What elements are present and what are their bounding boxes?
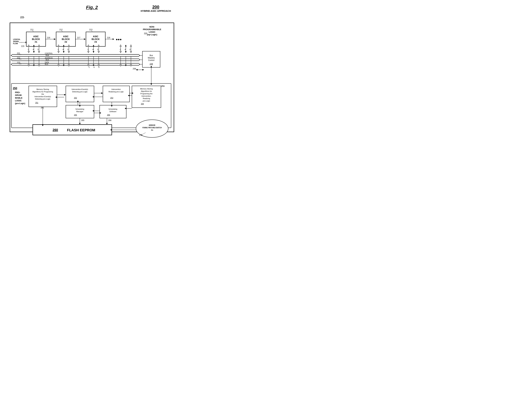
svg-text:Intervention-: Intervention- bbox=[141, 95, 151, 97]
svg-marker-193 bbox=[128, 95, 130, 96]
svg-rect-170 bbox=[66, 86, 94, 102]
figure-label: Fig. 2 bbox=[86, 5, 98, 10]
svg-text:Programing the: Programing the bbox=[140, 93, 152, 94]
svg-marker-128 bbox=[58, 65, 59, 66]
svg-marker-72 bbox=[87, 51, 89, 53]
svg-marker-212 bbox=[77, 100, 79, 102]
svg-marker-100 bbox=[139, 59, 140, 60]
svg-marker-210 bbox=[79, 105, 81, 107]
svg-text:SIGNAL: SIGNAL bbox=[13, 41, 19, 42]
svg-marker-68 bbox=[68, 45, 70, 46]
svg-marker-65 bbox=[63, 45, 65, 46]
svg-text:BUS: BUS bbox=[46, 54, 49, 56]
svg-marker-78 bbox=[98, 51, 99, 53]
svg-marker-53 bbox=[28, 45, 30, 46]
svg-text:264: 264 bbox=[141, 103, 144, 105]
svg-rect-176 bbox=[103, 86, 130, 102]
svg-text:258: 258 bbox=[133, 68, 136, 70]
svg-marker-60 bbox=[38, 51, 40, 53]
svg-marker-11 bbox=[25, 42, 27, 43]
svg-text:LOGICAL: LOGICAL bbox=[13, 39, 20, 40]
svg-text:BUS: BUS bbox=[45, 63, 48, 65]
svg-marker-71 bbox=[87, 45, 89, 46]
svg-marker-59 bbox=[38, 45, 40, 46]
svg-marker-122 bbox=[28, 65, 30, 66]
svg-marker-37 bbox=[113, 38, 114, 40]
svg-marker-130 bbox=[63, 65, 65, 66]
svg-text:the: the bbox=[42, 93, 44, 95]
svg-text:#1: #1 bbox=[35, 41, 37, 43]
svg-text:ASIC: ASIC bbox=[93, 35, 98, 38]
svg-text:223: 223 bbox=[17, 62, 20, 64]
svg-text:BUS: BUS bbox=[46, 59, 49, 61]
svg-text:Software: Software bbox=[109, 111, 116, 113]
svg-text:A: A bbox=[33, 49, 34, 51]
svg-text:ASIC: ASIC bbox=[33, 35, 39, 38]
diagram-number: 200 bbox=[141, 4, 171, 10]
svg-marker-206 bbox=[92, 110, 94, 112]
svg-marker-54 bbox=[28, 51, 30, 53]
svg-text:BLOCK: BLOCK bbox=[32, 38, 40, 41]
svg-rect-113 bbox=[142, 51, 160, 67]
svg-text:Mastery: Mastery bbox=[148, 57, 155, 59]
svg-text:265: 265 bbox=[81, 119, 84, 122]
svg-rect-32 bbox=[86, 32, 105, 46]
svg-marker-132 bbox=[68, 65, 70, 66]
svg-marker-144 bbox=[130, 65, 132, 66]
svg-rect-25 bbox=[56, 32, 76, 46]
svg-text:(pro-Logic): (pro-Logic) bbox=[15, 102, 25, 104]
svg-text:Algorithms for: Algorithms for bbox=[141, 90, 152, 92]
ref-205-bracket: ⌐ bbox=[23, 16, 25, 19]
svg-text:D: D bbox=[130, 49, 131, 51]
svg-marker-167 bbox=[64, 94, 66, 95]
svg-text:#2: #2 bbox=[65, 41, 67, 43]
svg-marker-181 bbox=[92, 96, 94, 98]
svg-text:221: 221 bbox=[17, 52, 20, 54]
svg-text:C: C bbox=[89, 66, 90, 68]
svg-marker-30 bbox=[84, 38, 86, 40]
svg-text:213: 213 bbox=[89, 29, 92, 31]
svg-text:Memory Storing: Memory Storing bbox=[140, 88, 153, 90]
svg-rect-18 bbox=[26, 32, 46, 46]
svg-marker-240 bbox=[151, 66, 152, 67]
svg-text:FLASH EEPROM: FLASH EEPROM bbox=[67, 128, 95, 132]
svg-text:(np-Logic): (np-Logic) bbox=[147, 33, 157, 36]
svg-marker-150 bbox=[136, 69, 138, 71]
svg-marker-84 bbox=[125, 51, 127, 53]
svg-marker-136 bbox=[93, 65, 94, 66]
svg-marker-63 bbox=[58, 51, 59, 53]
svg-text:210: 210 bbox=[144, 32, 147, 34]
svg-text:253: 253 bbox=[110, 97, 113, 99]
svg-marker-83 bbox=[125, 45, 127, 46]
svg-text:#3: #3 bbox=[94, 41, 97, 43]
svg-text:C: C bbox=[87, 49, 89, 51]
svg-text:250: 250 bbox=[13, 87, 17, 90]
svg-text:275: 275 bbox=[139, 134, 142, 136]
svg-marker-214 bbox=[111, 105, 113, 107]
svg-text:D: D bbox=[67, 49, 68, 51]
svg-text:Detecting pro-Logic: Detecting pro-Logic bbox=[35, 98, 51, 100]
svg-text:pro-Logic: pro-Logic bbox=[143, 100, 150, 102]
page-wrapper: Fig. 2 200 HYBRID-ASIC APPROACH 205 ⌐ NO… bbox=[3, 3, 177, 145]
svg-line-13 bbox=[32, 31, 33, 31]
svg-marker-216 bbox=[125, 108, 126, 109]
svg-text:Scheduling: Scheduling bbox=[109, 108, 117, 110]
svg-text:Detecting pro-Logic: Detecting pro-Logic bbox=[72, 91, 87, 93]
svg-text:LOGIC: LOGIC bbox=[149, 31, 155, 33]
svg-text:Intervention-Event(s): Intervention-Event(s) bbox=[34, 95, 51, 97]
svg-marker-169 bbox=[55, 96, 57, 98]
svg-text:255: 255 bbox=[74, 114, 77, 116]
svg-marker-23 bbox=[54, 38, 56, 40]
svg-text:C: C bbox=[58, 49, 59, 51]
svg-marker-56 bbox=[33, 45, 35, 46]
svg-marker-107 bbox=[11, 64, 12, 65]
svg-text:222: 222 bbox=[17, 57, 20, 59]
svg-text:254: 254 bbox=[162, 85, 165, 87]
approach-title: HYBRID-ASIC APPROACH bbox=[141, 10, 171, 12]
svg-text:ADDRESS: ADDRESS bbox=[45, 57, 53, 59]
svg-text:C: C bbox=[120, 49, 121, 51]
svg-text:Intervention: Intervention bbox=[111, 88, 121, 90]
svg-line-15 bbox=[61, 31, 63, 31]
svg-text:A: A bbox=[94, 66, 95, 68]
svg-text:Control: Control bbox=[148, 59, 154, 61]
